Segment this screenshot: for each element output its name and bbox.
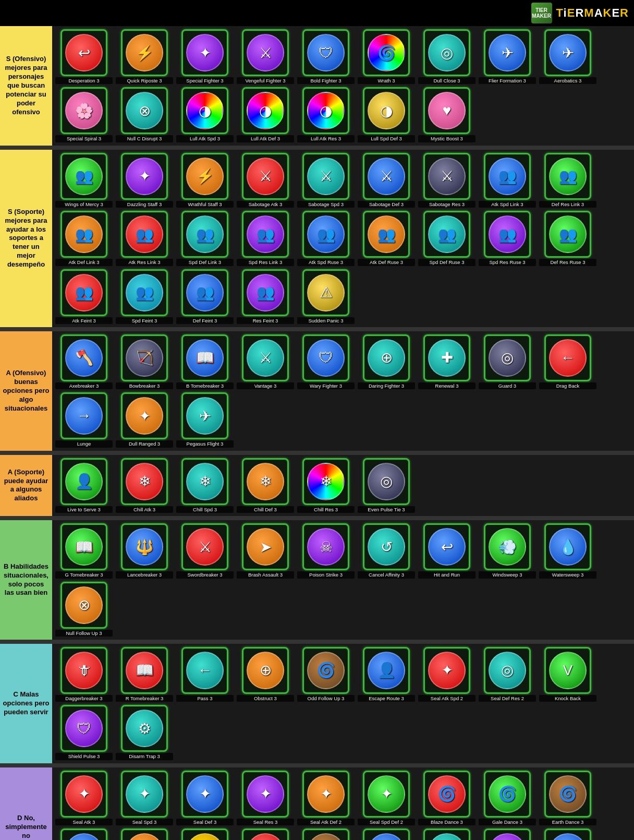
skill-item[interactable]: ⊗Null C Disrupt 3 [116,87,173,142]
skill-item[interactable]: 👥Def Res Ruse 3 [539,211,596,266]
skill-item[interactable]: 👥Def Feint 3 [176,269,234,324]
skill-item[interactable]: 🌀Deluge Dance 2 [358,829,415,840]
skill-item[interactable]: ◑Lull Spd Def 3 [358,87,415,142]
skill-item[interactable]: ❄Chill Spd 3 [176,458,234,513]
skill-item[interactable]: 👥Atk Res Link 3 [116,211,173,266]
skill-item[interactable]: ◑Lull Atk Def 3 [237,87,294,142]
skill-item[interactable]: 🌀Torrent Dance 3 [55,829,113,840]
skill-item[interactable]: 👥Res Feint 3 [237,269,294,324]
skill-item[interactable]: 🌀Caldera Dance 2 [176,829,234,840]
skill-item[interactable]: ◎Even Pulse Tie 3 [358,458,415,513]
skill-item[interactable]: 🌀Fireflood Dance 2 [237,829,294,840]
skill-item[interactable]: ◎Seal Def Res 2 [479,647,536,702]
skill-item[interactable]: 🌀Geyser Dance 2 [418,829,476,840]
skill-item[interactable]: ⚔Vantage 3 [237,334,294,389]
skill-item[interactable]: ✦Special Fighter 3 [176,29,234,84]
skill-item[interactable]: 🔱Lancebreaker 3 [116,523,173,578]
skill-item[interactable]: 👥Atk Spd Link 3 [479,153,536,208]
skill-item[interactable]: 💨Windsweep 3 [479,523,536,578]
skill-item[interactable]: 🌸Special Spiral 3 [55,87,113,142]
skill-item[interactable]: ⚔Sabotage Def 3 [358,153,415,208]
skill-item[interactable]: ◎Guard 3 [479,334,536,389]
skill-icon-inner: 👥 [65,215,103,253]
skill-item[interactable]: 🌀Firestorm Dance 2 [116,829,173,840]
skill-item[interactable]: 👥Def Res Link 3 [539,153,596,208]
skill-item[interactable]: ✚Renewal 3 [418,334,476,389]
skill-item[interactable]: 🛡Bold Fighter 3 [297,29,355,84]
skill-item[interactable]: 🏹Bowbreaker 3 [116,334,173,389]
skill-item[interactable]: ✦Seal Spd 3 [116,771,173,825]
skill-item[interactable]: 🌀Earth Dance 3 [539,771,596,825]
skill-item[interactable]: ✈Pegasus Flight 3 [176,392,234,447]
skill-item[interactable]: 👥Atk Spd Ruse 3 [297,211,355,266]
skill-item[interactable]: ⚔Vengeful Fighter 3 [237,29,294,84]
skill-item[interactable]: 👤Escape Route 3 [358,647,415,702]
skill-item[interactable]: ✦Seal Atk Def 2 [297,771,355,825]
skill-item[interactable]: ←Drag Back [539,334,596,389]
skill-item[interactable]: 💧Watersweep 3 [539,523,596,578]
skill-item[interactable]: 📖B Tomebreaker 3 [176,334,234,389]
skill-item[interactable]: 👤Live to Serve 3 [55,458,113,513]
skill-item[interactable]: 🗡Daggerbreaker 3 [55,647,113,702]
skill-item[interactable]: 🛡Wary Fighter 3 [297,334,355,389]
skill-item[interactable]: ✦Seal Def 3 [176,771,234,825]
skill-item[interactable]: ⚔Sabotage Atk 3 [237,153,294,208]
skill-item[interactable]: ✈Aerobatics 3 [539,29,596,84]
skill-item[interactable]: ⚙Disarm Trap 3 [116,705,173,760]
skill-item[interactable]: ◑Lull Atk Res 3 [297,87,355,142]
skill-item[interactable]: 🛡Shield Pulse 3 [55,705,113,760]
skill-item[interactable]: ←Pass 3 [176,647,234,702]
skill-item[interactable]: 👥Atk Feint 3 [55,269,113,324]
skill-item[interactable]: ⚔Sabotage Res 3 [418,153,476,208]
skill-item[interactable]: ✦Seal Atk 3 [55,771,113,825]
skill-item[interactable]: 🌀Gale Dance 3 [479,771,536,825]
skill-item[interactable]: ↩Desperation 3 [55,29,113,84]
skill-item[interactable]: 🪓Axebreaker 3 [55,334,113,389]
skill-item[interactable]: ⊗Null Follow Up 3 [55,582,113,637]
skill-item[interactable]: ❄Chill Def 3 [237,458,294,513]
skill-item[interactable]: 📖R Tomebreaker 3 [116,647,173,702]
skill-item[interactable]: ♥Mystic Boost 3 [418,87,476,142]
skill-item[interactable]: ✦Dull Ranged 3 [116,392,173,447]
skill-item[interactable]: 🌀Blaze Dance 3 [418,771,476,825]
skill-item[interactable]: 📖G Tomebreaker 3 [55,523,113,578]
skill-item[interactable]: ✦Seal Spd Def 2 [358,771,415,825]
skill-item[interactable]: 🌀Odd Follow Up 3 [297,647,355,702]
skill-item[interactable]: ❄Chill Atk 3 [116,458,173,513]
skill-item[interactable]: 👥Atk Def Link 3 [55,211,113,266]
skill-item[interactable]: ◎Dull Close 3 [418,29,476,84]
skill-item[interactable]: 👥Spd Res Link 3 [237,211,294,266]
skill-item[interactable]: ↺Cancel Affinity 3 [358,523,415,578]
skill-item[interactable]: ✈Flier Formation 3 [479,29,536,84]
skill-item[interactable]: ✦Dazzling Staff 3 [116,153,173,208]
skill-item[interactable]: 👥Atk Def Ruse 3 [358,211,415,266]
skill-item[interactable]: ⚠Sudden Panic 3 [297,269,355,324]
skill-item[interactable]: →Lunge [55,392,113,447]
skill-item[interactable]: ✝Live for Bounty [479,829,536,840]
skill-item[interactable]: ⚔Sabotage Spd 3 [297,153,355,208]
skill-item[interactable]: ✦Seal Atk Spd 2 [418,647,476,702]
skill-item[interactable]: ◑Lull Atk Spd 3 [176,87,234,142]
skill-item[interactable]: ⚡Quick Riposte 3 [116,29,173,84]
skill-item[interactable]: ✝Live for Honor [539,829,596,840]
skill-item[interactable]: VKnock Back [539,647,596,702]
skill-item[interactable]: ⚔Swordbreaker 3 [176,523,234,578]
skill-item[interactable]: 👥Spd Def Ruse 3 [418,211,476,266]
skill-item[interactable]: 🌀Wrath 3 [358,29,415,84]
skill-icon: 🌀 [181,829,228,840]
skill-item[interactable]: ➤Brash Assault 3 [237,523,294,578]
skill-item[interactable]: ⊕Obstruct 3 [237,647,294,702]
skill-item[interactable]: 👥Spd Feint 3 [116,269,173,324]
skill-item[interactable]: ✦Seal Res 3 [237,771,294,825]
skill-item[interactable]: 👥Spd Res Ruse 3 [479,211,536,266]
skill-item[interactable]: ↩Hit and Run [418,523,476,578]
skill-item[interactable]: 👥Wings of Mercy 3 [55,153,113,208]
skill-name: Seal Atk Spd 2 [418,695,476,702]
skill-item[interactable]: ❄Chill Res 3 [297,458,355,513]
skill-item[interactable]: 🌀Rockslide Dance 2 [297,829,355,840]
skill-item[interactable]: ☠Poison Strike 3 [297,523,355,578]
skill-item[interactable]: 👥Spd Def Link 3 [176,211,234,266]
skill-item[interactable]: ⊕Daring Fighter 3 [358,334,415,389]
skill-item[interactable]: ⚡Wrathful Staff 3 [176,153,234,208]
skill-name: Sudden Panic 3 [297,317,355,324]
